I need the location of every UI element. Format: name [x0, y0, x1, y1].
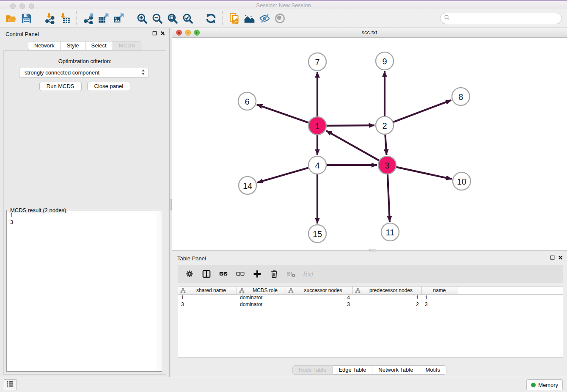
- zoom-out-icon[interactable]: [149, 11, 165, 26]
- delete-column-icon[interactable]: [268, 268, 280, 280]
- table-row[interactable]: 3dominator323: [178, 301, 563, 308]
- table-row[interactable]: 1dominator411: [178, 295, 563, 301]
- main-toolbar: [0, 9, 567, 28]
- table-cell[interactable]: dominator: [237, 301, 286, 308]
- tab-network[interactable]: Network: [28, 41, 61, 50]
- toolbar-separator: [76, 11, 77, 25]
- app-titlebar: Session: New Session: [0, 0, 567, 9]
- export-network-icon[interactable]: [80, 11, 96, 26]
- clone-network-icon[interactable]: [226, 11, 242, 26]
- split-view-icon[interactable]: [201, 268, 212, 280]
- table-cell[interactable]: 1: [422, 295, 457, 301]
- column-header-predecessor-nodes[interactable]: predecessor nodes: [353, 287, 422, 294]
- svg-text:f(x): f(x): [303, 271, 314, 277]
- float-table-panel-icon[interactable]: [550, 255, 555, 260]
- edge-3-11[interactable]: [388, 174, 390, 222]
- node-7[interactable]: 7: [308, 53, 326, 71]
- export-table-icon[interactable]: [96, 11, 111, 26]
- save-icon[interactable]: [19, 11, 34, 26]
- table-cell[interactable]: 1: [353, 295, 422, 301]
- node-14[interactable]: 14: [239, 177, 256, 194]
- memory-label: Memory: [538, 382, 558, 388]
- export-image-icon[interactable]: [111, 11, 126, 26]
- result-scrollbar[interactable]: [156, 211, 161, 371]
- close-panel-icon[interactable]: [160, 31, 165, 36]
- node-table[interactable]: shared nameMCDS rolesuccessor nodesprede…: [178, 286, 563, 358]
- node-3[interactable]: 3: [378, 156, 396, 174]
- tab-node-table[interactable]: Node Table: [292, 365, 333, 375]
- node-9[interactable]: 9: [376, 52, 394, 70]
- edge-3-1[interactable]: [326, 131, 379, 160]
- edge-2-8[interactable]: [394, 100, 451, 122]
- table-cell[interactable]: 1: [178, 295, 237, 301]
- search-input[interactable]: [450, 14, 561, 23]
- zoom-fit-icon[interactable]: [165, 11, 180, 26]
- column-header-mcds-role[interactable]: MCDS role: [237, 287, 286, 294]
- tab-select[interactable]: Select: [85, 41, 113, 50]
- home-icon[interactable]: [242, 11, 257, 26]
- tab-edge-table[interactable]: Edge Table: [333, 365, 372, 375]
- zoom-in-icon[interactable]: [134, 11, 149, 26]
- node-15[interactable]: 15: [308, 225, 326, 243]
- column-header-name[interactable]: name: [422, 287, 457, 294]
- mcds-result-box[interactable]: MCDS result (2 nodes) 13: [6, 210, 162, 372]
- svg-text:15: 15: [313, 229, 322, 239]
- memory-button[interactable]: Memory: [526, 379, 563, 390]
- node-11[interactable]: 11: [381, 223, 399, 241]
- column-type-icon: [288, 288, 294, 293]
- open-folder-icon[interactable]: [3, 11, 19, 26]
- import-table-icon[interactable]: [57, 11, 72, 26]
- list-icon: [6, 380, 14, 389]
- svg-text:1: 1: [315, 121, 319, 131]
- import-network-icon[interactable]: [42, 11, 57, 26]
- hide-panels-icon[interactable]: [257, 11, 272, 26]
- column-header-shared-name[interactable]: shared name: [178, 287, 237, 294]
- close-table-panel-icon[interactable]: [558, 255, 563, 260]
- edge-4-14[interactable]: [257, 168, 308, 182]
- node-10[interactable]: 10: [453, 172, 471, 190]
- tab-mcds[interactable]: MCDS: [113, 41, 141, 50]
- mcds-result-list: 13: [10, 212, 154, 226]
- edge-2-3[interactable]: [385, 135, 386, 155]
- zoom-selected-icon[interactable]: [180, 11, 195, 26]
- node-2[interactable]: 2: [376, 116, 394, 134]
- network-graph[interactable]: 7968124314101511: [172, 38, 566, 251]
- node-6[interactable]: 6: [238, 92, 256, 110]
- column-type-icon: [180, 288, 186, 293]
- network-titlebar: ✕ − + scc.txt: [172, 28, 567, 38]
- close-panel-button[interactable]: Close panel: [87, 82, 131, 91]
- table-cell[interactable]: 3: [178, 301, 237, 308]
- criterion-select[interactable]: strongly connected component: [19, 68, 149, 77]
- node-1[interactable]: 1: [308, 117, 326, 135]
- horizontal-splitter-grip[interactable]: [369, 249, 376, 251]
- search-box[interactable]: [440, 13, 562, 24]
- tab-network-table[interactable]: Network Table: [372, 365, 419, 375]
- run-mcds-button[interactable]: Run MCDS: [39, 82, 82, 91]
- gear-icon[interactable]: [184, 268, 195, 280]
- node-4[interactable]: 4: [308, 156, 326, 174]
- node-8[interactable]: 8: [452, 88, 470, 105]
- table-cell[interactable]: 4: [286, 295, 353, 301]
- select-all-icon[interactable]: [217, 268, 229, 280]
- task-history-button[interactable]: [4, 379, 17, 390]
- edge-1-2[interactable]: [327, 125, 374, 126]
- add-column-icon[interactable]: [251, 268, 263, 280]
- tab-style[interactable]: Style: [61, 41, 85, 50]
- network-window: ✕ − + scc.txt 7968124314101511: [172, 28, 567, 251]
- tab-motifs[interactable]: Motifs: [419, 365, 446, 375]
- network-canvas[interactable]: 7968124314101511: [172, 38, 567, 250]
- svg-text:4: 4: [315, 161, 319, 170]
- status-bar: Memory: [0, 377, 567, 392]
- table-cell[interactable]: dominator: [237, 295, 286, 301]
- refresh-icon[interactable]: [203, 11, 218, 26]
- float-panel-icon[interactable]: [152, 31, 157, 36]
- table-cell[interactable]: 3: [422, 301, 457, 308]
- column-label: name: [422, 287, 457, 293]
- column-header-successor-nodes[interactable]: successor nodes: [286, 287, 353, 294]
- edge-3-10[interactable]: [396, 167, 452, 179]
- deselect-all-icon[interactable]: [234, 268, 246, 280]
- toolbar-separator: [130, 11, 130, 25]
- table-cell[interactable]: 2: [353, 301, 422, 308]
- table-cell[interactable]: 3: [286, 301, 353, 308]
- edge-1-6[interactable]: [257, 105, 309, 123]
